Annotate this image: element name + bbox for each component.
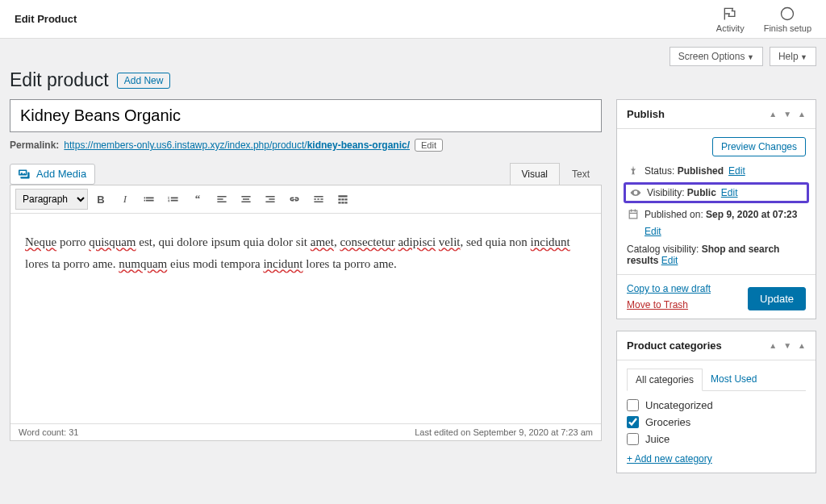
bullet-list-button[interactable] — [138, 189, 161, 210]
categories-body: All categories Most Used UncategorizedGr… — [617, 360, 816, 473]
number-list-button[interactable] — [162, 189, 185, 210]
screen-options-row: Screen Options Help — [10, 47, 816, 66]
calendar-icon — [627, 208, 640, 221]
page-title: Edit product — [10, 69, 109, 91]
categories-title: Product categories — [627, 339, 722, 352]
editor-content[interactable]: Neque porro quisquam est, qui dolore ips… — [10, 214, 601, 423]
flag-icon — [722, 6, 738, 22]
publish-title: Publish — [627, 108, 665, 120]
circle-icon — [779, 6, 795, 22]
tab-visual[interactable]: Visual — [510, 163, 560, 185]
permalink-edit-button[interactable]: Edit — [415, 139, 443, 152]
word-count: Word count: 31 — [19, 427, 78, 437]
categories-box: Product categories ▲ ▼ ▲ All categories … — [616, 331, 816, 473]
preview-changes-button[interactable]: Preview Changes — [712, 137, 806, 156]
visibility-row: Visibility: Public Edit — [624, 182, 809, 203]
editor-status-bar: Word count: 31 Last edited on September … — [10, 423, 601, 440]
bold-button[interactable]: B — [90, 189, 112, 210]
editor-top-row: Add Media Visual Text — [10, 163, 602, 185]
publish-footer: Copy to a new draft Move to Trash Update — [617, 274, 816, 319]
activity-button[interactable]: Activity — [716, 6, 745, 33]
category-label: Groceries — [645, 416, 690, 428]
update-button[interactable]: Update — [748, 287, 806, 310]
main-column: Permalink: https://members-only.us6.inst… — [10, 99, 602, 441]
eye-icon — [629, 186, 642, 199]
move-to-trash-link[interactable]: Move to Trash — [627, 299, 711, 310]
align-center-button[interactable] — [235, 189, 257, 210]
publish-header: Publish ▲ ▼ ▲ — [617, 100, 816, 129]
align-right-button[interactable] — [259, 189, 282, 210]
add-media-button[interactable]: Add Media — [10, 164, 95, 185]
categories-header: Product categories ▲ ▼ ▲ — [617, 331, 816, 360]
edit-catalog-link[interactable]: Edit — [661, 255, 678, 266]
editor-mode-tabs: Visual Text — [510, 163, 602, 185]
link-icon — [288, 193, 301, 206]
permalink-row: Permalink: https://members-only.us6.inst… — [10, 139, 602, 152]
italic-button[interactable]: I — [114, 189, 136, 210]
category-list: UncategorizedGroceriesJuice — [627, 399, 806, 445]
category-checkbox[interactable] — [627, 416, 639, 428]
quote-button[interactable]: “ — [186, 189, 209, 210]
move-down-icon[interactable]: ▼ — [783, 110, 791, 119]
topbar-title: Edit Product — [15, 13, 77, 25]
page-header: Edit product Add New — [10, 69, 816, 91]
catalog-row: Catalog visibility: Shop and search resu… — [627, 244, 806, 266]
readmore-icon — [312, 193, 325, 206]
category-label: Juice — [645, 433, 670, 445]
pin-icon — [627, 165, 640, 177]
add-new-button[interactable]: Add New — [117, 73, 171, 89]
edit-visibility-link[interactable]: Edit — [721, 187, 738, 198]
list-ol-icon — [167, 193, 180, 206]
svg-point-0 — [782, 7, 794, 19]
admin-topbar: Edit Product Activity Finish setup — [0, 0, 826, 39]
readmore-button[interactable] — [307, 189, 330, 210]
format-select[interactable]: Paragraph — [15, 189, 88, 210]
product-title-input[interactable] — [10, 99, 602, 132]
editor-columns: Permalink: https://members-only.us6.inst… — [10, 99, 816, 473]
publish-body: Preview Changes Status: Published Edit V… — [617, 129, 816, 274]
edit-status-link[interactable]: Edit — [728, 165, 745, 177]
move-up-icon[interactable]: ▲ — [769, 110, 777, 119]
screen-options-button[interactable]: Screen Options — [670, 47, 763, 66]
tab-most-used[interactable]: Most Used — [703, 369, 765, 390]
status-row: Status: Published Edit — [627, 165, 806, 177]
category-checkbox[interactable] — [627, 433, 639, 445]
link-button[interactable] — [283, 189, 306, 210]
list-ul-icon — [143, 193, 156, 206]
move-up-icon[interactable]: ▲ — [769, 341, 777, 350]
category-checkbox[interactable] — [627, 399, 639, 411]
add-category-link[interactable]: + Add new category — [627, 453, 712, 464]
permalink-link[interactable]: https://members-only.us6.instawp.xyz/ind… — [64, 140, 410, 151]
finish-setup-button[interactable]: Finish setup — [764, 6, 811, 33]
toolbar-toggle-button[interactable] — [332, 189, 354, 210]
toggle-box-icon[interactable]: ▲ — [798, 341, 806, 350]
toggle-box-icon[interactable]: ▲ — [798, 110, 806, 119]
category-item[interactable]: Uncategorized — [627, 399, 806, 411]
category-item[interactable]: Groceries — [627, 416, 806, 428]
permalink-label: Permalink: — [10, 140, 59, 151]
tab-text[interactable]: Text — [560, 163, 602, 185]
align-left-icon — [215, 193, 228, 206]
category-tabs: All categories Most Used — [627, 369, 806, 391]
topbar-actions: Activity Finish setup — [716, 6, 811, 33]
side-column: Publish ▲ ▼ ▲ Preview Changes Status: Pu… — [616, 99, 816, 473]
help-button[interactable]: Help — [770, 47, 816, 66]
page-body: Screen Options Help Edit product Add New… — [0, 39, 826, 481]
last-edited: Last edited on September 9, 2020 at 7:23… — [415, 427, 593, 437]
rich-text-editor: Paragraph B I “ Neque porro quisquam est… — [10, 185, 602, 441]
box-handles: ▲ ▼ ▲ — [769, 341, 806, 350]
move-down-icon[interactable]: ▼ — [783, 341, 791, 350]
category-item[interactable]: Juice — [627, 433, 806, 445]
tab-all-categories[interactable]: All categories — [627, 369, 703, 391]
kitchen-sink-icon — [336, 193, 349, 206]
media-icon — [19, 168, 31, 181]
align-right-icon — [264, 193, 277, 206]
published-row: Published on: Sep 9, 2020 at 07:23 — [627, 208, 806, 221]
copy-draft-link[interactable]: Copy to a new draft — [627, 283, 711, 294]
category-label: Uncategorized — [645, 399, 713, 411]
align-center-icon — [240, 193, 252, 206]
editor-toolbar: Paragraph B I “ — [10, 185, 601, 214]
edit-date-link[interactable]: Edit — [645, 226, 661, 237]
publish-box: Publish ▲ ▼ ▲ Preview Changes Status: Pu… — [616, 99, 816, 319]
align-left-button[interactable] — [211, 189, 233, 210]
